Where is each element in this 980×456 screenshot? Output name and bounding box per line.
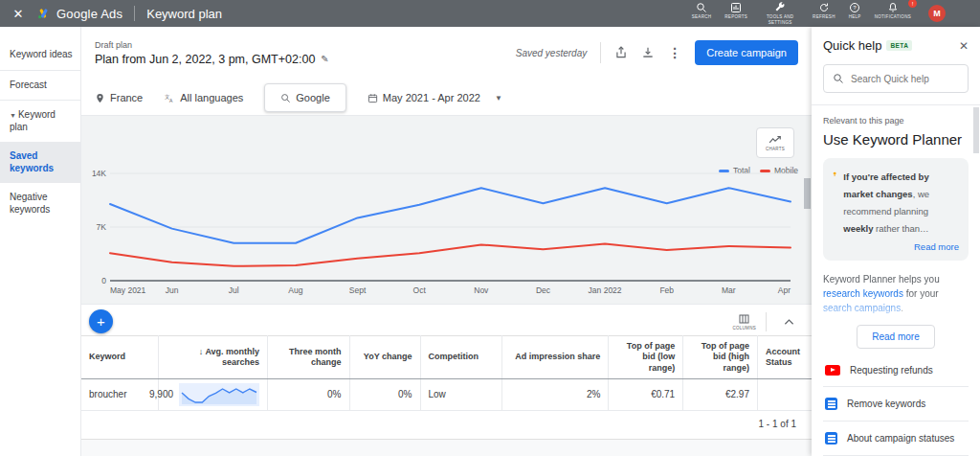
sidebar-item-forecast[interactable]: Forecast bbox=[0, 71, 80, 102]
language-filter-label: All languages bbox=[180, 92, 243, 103]
network-filter[interactable]: Google bbox=[264, 83, 345, 112]
top-app-bar: ✕ Google Ads Keyword plan SEARCH REPORTS… bbox=[0, 0, 980, 27]
avg-monthly-searches-value: 9,900 bbox=[149, 389, 173, 399]
reports-label: REPORTS bbox=[724, 14, 747, 19]
svg-text:Jan 2022: Jan 2022 bbox=[589, 285, 622, 295]
svg-text:Nov: Nov bbox=[474, 285, 489, 295]
column-header-competition[interactable]: Competition bbox=[420, 336, 501, 379]
svg-text:May 2021: May 2021 bbox=[110, 285, 146, 295]
sidebar-item-label: Saved keywords bbox=[10, 150, 54, 173]
article-icon bbox=[825, 398, 837, 410]
refresh-button[interactable]: REFRESH bbox=[813, 2, 835, 19]
wrench-icon bbox=[774, 2, 786, 13]
column-header-account-status[interactable]: Account Status bbox=[757, 336, 812, 379]
cell-account-status bbox=[757, 378, 812, 410]
network-filter-label: Google bbox=[296, 92, 329, 103]
edit-plan-icon[interactable]: ✎ bbox=[321, 54, 328, 64]
add-keywords-button[interactable]: + bbox=[89, 309, 113, 333]
reports-button[interactable]: REPORTS bbox=[724, 2, 747, 19]
date-range-filter[interactable]: May 2021 - Apr 2022 ▼ bbox=[368, 92, 502, 103]
sidebar-item-saved-keywords[interactable]: Saved keywords bbox=[0, 142, 80, 183]
column-header-three-month-change[interactable]: Three month change bbox=[268, 336, 349, 379]
search-campaigns-link[interactable]: search campaigns bbox=[823, 303, 901, 313]
charts-toggle-button[interactable]: CHARTS bbox=[756, 127, 794, 158]
tip-read-more-link[interactable]: Read more bbox=[843, 241, 959, 252]
columns-button[interactable]: COLUMNS bbox=[732, 313, 756, 331]
language-filter[interactable]: 文A All languages bbox=[164, 92, 243, 103]
download-icon bbox=[641, 46, 655, 59]
close-icon[interactable]: ✕ bbox=[8, 7, 29, 21]
help-link-label: Remove keywords bbox=[847, 399, 925, 409]
column-header-ad-impression-share[interactable]: Ad impression share bbox=[501, 336, 608, 379]
column-header-avg-monthly-searches[interactable]: ↓ Avg. monthly searches bbox=[158, 336, 267, 379]
search-network-icon bbox=[280, 93, 291, 103]
tip-text: If you're affected by market changes, we… bbox=[843, 171, 929, 234]
column-header-top-bid-high[interactable]: Top of page bid (high range) bbox=[683, 336, 758, 379]
read-more-button[interactable]: Read more bbox=[857, 325, 934, 349]
page-title: Keyword plan bbox=[146, 7, 222, 21]
notifications-label: NOTIFICATIONS bbox=[875, 14, 911, 19]
location-filter[interactable]: France bbox=[95, 92, 143, 103]
collapse-table-button[interactable] bbox=[776, 314, 802, 329]
notifications-button[interactable]: ! NOTIFICATIONS bbox=[875, 2, 911, 19]
help-link-label: About campaign statuses bbox=[847, 433, 954, 444]
svg-text:14K: 14K bbox=[92, 169, 106, 178]
avatar[interactable]: M bbox=[928, 5, 946, 22]
filter-bar: France 文A All languages Google May 2021 … bbox=[81, 80, 812, 116]
column-header-top-bid-low[interactable]: Top of page bid (low range) bbox=[609, 336, 683, 379]
main-content: Draft plan Plan from Jun 2, 2022, 3 pm, … bbox=[81, 27, 812, 456]
help-heading: Use Keyword Planner bbox=[823, 131, 969, 148]
plan-title: Plan from Jun 2, 2022, 3 pm, GMT+02:00 ✎ bbox=[95, 53, 329, 66]
chevron-expanded-icon: ▼ bbox=[10, 112, 16, 119]
help-link-requesting-refunds[interactable]: Requesting refunds bbox=[823, 354, 969, 386]
cell-avg-monthly-searches: 9,900 bbox=[158, 378, 267, 410]
help-link-campaign-statuses[interactable]: About campaign statuses bbox=[823, 421, 969, 455]
more-options-button[interactable]: ⋮ bbox=[668, 45, 681, 60]
help-search-input[interactable] bbox=[851, 74, 956, 84]
column-header-label: Top of page bid (low range) bbox=[627, 341, 675, 373]
relevant-label: Relevant to this page bbox=[823, 116, 969, 125]
column-header-yoy-change[interactable]: YoY change bbox=[349, 336, 420, 379]
main-scrollbar-thumb[interactable] bbox=[804, 178, 811, 209]
column-header-keyword[interactable]: Keyword bbox=[81, 336, 158, 379]
plan-title-text: Plan from Jun 2, 2022, 3 pm, GMT+02:00 bbox=[95, 53, 315, 66]
quick-help-search[interactable] bbox=[823, 64, 969, 93]
help-paragraph: Keyword Planner helps you research keywo… bbox=[823, 272, 969, 315]
sidebar-item-keyword-ideas[interactable]: Keyword ideas bbox=[0, 40, 80, 71]
svg-text:Oct: Oct bbox=[413, 285, 427, 295]
paragraph-text: . bbox=[901, 303, 903, 313]
research-keywords-link[interactable]: research keywords bbox=[823, 288, 903, 299]
reports-icon bbox=[730, 2, 742, 13]
sidebar-item-label: Forecast bbox=[10, 80, 47, 90]
help-label: HELP bbox=[849, 14, 861, 19]
help-button[interactable]: ? HELP bbox=[849, 2, 861, 19]
close-help-icon[interactable]: ✕ bbox=[959, 39, 969, 53]
google-ads-logo[interactable]: Google Ads bbox=[36, 7, 122, 21]
sidebar-item-negative-keywords[interactable]: Negative keywords bbox=[0, 183, 80, 224]
keywords-table-card: + COLUMNS Key bbox=[81, 304, 812, 440]
cell-top-bid-high: €2.97 bbox=[683, 378, 758, 410]
help-link-remove-keywords[interactable]: Remove keywords bbox=[823, 386, 969, 421]
create-campaign-button[interactable]: Create campaign bbox=[695, 40, 798, 65]
topbar-actions: SEARCH REPORTS TOOLS AND SETTINGS REFRES… bbox=[692, 2, 911, 25]
plan-title-block: Draft plan Plan from Jun 2, 2022, 3 pm, … bbox=[95, 40, 329, 66]
search-button[interactable]: SEARCH bbox=[692, 2, 712, 19]
column-header-label: Competition bbox=[429, 352, 479, 361]
help-icon: ? bbox=[849, 2, 860, 13]
trend-chart[interactable]: 14K7K0May 2021JunJulAugSeptOctNovDecJan … bbox=[85, 160, 804, 306]
help-scrollbar-thumb[interactable] bbox=[973, 107, 979, 153]
brand-name: Google Ads bbox=[56, 7, 122, 21]
share-button[interactable] bbox=[614, 46, 628, 59]
tools-and-settings-button[interactable]: TOOLS AND SETTINGS bbox=[761, 2, 799, 25]
svg-text:Aug: Aug bbox=[288, 285, 302, 295]
refresh-label: REFRESH bbox=[813, 14, 835, 19]
chevron-up-icon bbox=[784, 318, 794, 326]
search-icon bbox=[696, 2, 707, 13]
download-button[interactable] bbox=[641, 46, 655, 59]
help-links-list: Requesting refunds Remove keywords About… bbox=[823, 354, 969, 456]
paragraph-text: Keyword Planner helps you bbox=[823, 274, 940, 285]
sidebar-item-keyword-plan[interactable]: ▼Keyword plan bbox=[0, 101, 80, 142]
table-row[interactable]: broucher 9,900 0% 0% Low 2% €0.71 €2.97 bbox=[81, 378, 812, 410]
paragraph-text: for your bbox=[903, 288, 939, 299]
keywords-table: Keyword ↓ Avg. monthly searches Three mo… bbox=[81, 335, 812, 411]
